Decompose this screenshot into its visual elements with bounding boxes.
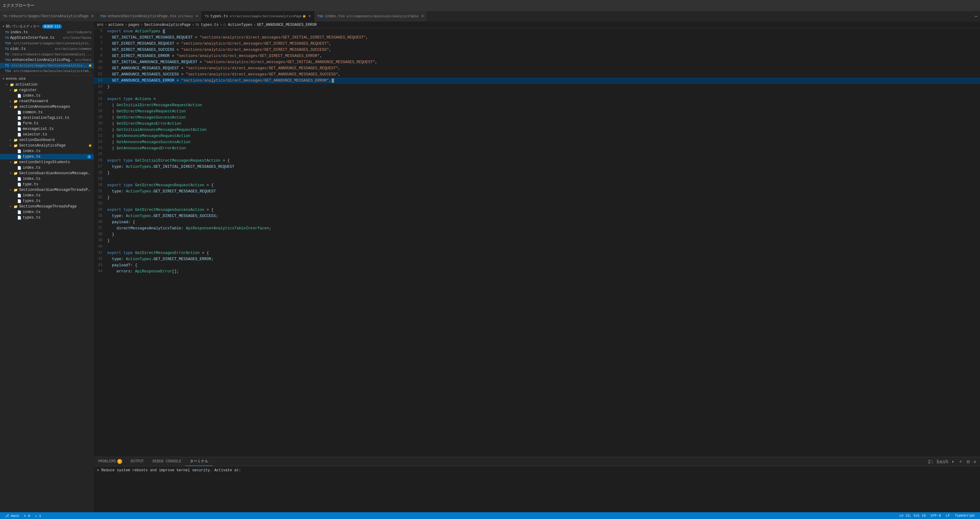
error-count[interactable]: ✕ 0 [22,514,33,518]
ts-icon-types: 📄 [17,155,22,159]
file-threads-index[interactable]: 📄 index.ts [0,193,94,198]
folder-guardian-announce[interactable]: ▾ 📁 SectionsGuardianAnnounceMessagesPage [0,171,94,176]
bc-src[interactable]: src [97,23,103,27]
tab-close-types[interactable]: × [308,14,311,19]
folder-icon-settings: 📁 [14,160,18,164]
terminal-selector[interactable]: 2: bash ▾ [926,459,955,465]
tab-icon-ts: TS [3,14,7,18]
file-sections-index[interactable]: 📄 index.ts [0,149,94,154]
file-threads-types[interactable]: 📄 types.ts [0,198,94,204]
debug-label: DEBUG CONSOLE [153,459,181,463]
bc-actiontypes[interactable]: ⬡ ActionTypes [223,23,252,27]
title-label: エクスプローラー [2,3,35,8]
code-line-23: 23 | GetAnnounceMessagesSuccessAction [94,139,980,145]
warning-count[interactable]: ⚠ 1 [33,514,44,518]
arrow-analytics: ▾ [9,144,12,147]
folder-register[interactable]: ▸ 📁 register [0,88,94,93]
file-dest-tag[interactable]: 📄 destinationTagList.ts [0,115,94,121]
ts-icon-common: 📄 [17,110,22,115]
folder-resetpassword[interactable]: ▸ 📁 resetPassword [0,99,94,104]
bottom-panel: PROBLEMS 1 OUTPUT DEBUG CONSOLE ターミナル 2:… [94,457,980,512]
folder-activation[interactable]: ▾ 📁 activation [0,82,94,88]
code-line-16: 16 export type Actions = [94,96,980,102]
tab-close-index[interactable]: × [421,14,423,19]
file-msgthreads-index[interactable]: 📄 index.ts [0,209,94,215]
git-branch[interactable]: ⎇ main [2,514,22,518]
open-editor-appstate[interactable]: TS AppStateInterface.ts src/interfaces [0,35,94,41]
file-guardian-type[interactable]: 📄 type.ts [0,182,94,187]
file-register-index[interactable]: 📄 index.ts [0,93,94,99]
terminal-output: = Reduce system reboots and improve kern… [97,468,241,473]
close-panel-button[interactable]: ✕ [972,459,978,465]
tab-types[interactable]: TS types.ts src/actions/pages/SectionsAn… [202,11,314,22]
types-error-badge: 1 [87,155,91,158]
file-form[interactable]: 📄 form.ts [0,121,94,126]
split-terminal-button[interactable]: ⊟ [966,459,971,465]
panel-tabs: PROBLEMS 1 OUTPUT DEBUG CONSOLE ターミナル 2:… [94,457,980,466]
tab-reducers[interactable]: TS reducers/pages/SectionsAnalyticsPage … [0,11,97,22]
encoding[interactable]: UTF-8 [928,514,943,517]
cursor-position[interactable]: Ln 13, Col 18 [897,514,928,517]
position-text: Ln 13, Col 18 [899,514,926,517]
bc-actions[interactable]: actions [108,23,124,27]
add-terminal-button[interactable]: ＋ [957,458,964,465]
tab-icon-index: TSX [317,14,324,18]
ts-icon-gi: 📄 [17,177,22,181]
open-editor-index-reducers[interactable]: TS index.ts src/reducers [0,30,94,35]
file-common[interactable]: 📄 common.ts [0,110,94,115]
bc-pages[interactable]: pages [128,23,139,27]
folder-section-settings[interactable]: ▾ 📁 sectionSettingsStudents [0,160,94,165]
file-messagelist[interactable]: 📄 messageList.ts [0,126,94,132]
bc-typests[interactable]: TS types.ts [195,23,219,27]
branch-icon: ⎇ [5,514,11,518]
file-msgthreads-types[interactable]: 📄 types.ts [0,215,94,220]
line-ending[interactable]: LF [943,514,952,517]
tab-close-enhance[interactable]: × [196,14,198,19]
code-editor[interactable]: 5 export enum ActionTypes { 6 GET_INITIA… [94,28,980,457]
tab-enhance[interactable]: TSX enhanceSectionAnalyticsPage.tsx src/… [97,11,202,22]
folder-message-threads[interactable]: ▾ 📁 SectionsMessageThreadsPage [0,204,94,209]
panel-tab-debug[interactable]: DEBUG CONSOLE [148,457,186,466]
code-line-25: 25 [94,152,980,158]
ts-icon-stg: 📄 [17,166,22,170]
panel-tab-output[interactable]: OUTPUT [126,457,148,466]
file-guardian-index[interactable]: 📄 index.ts [0,176,94,182]
file-selector[interactable]: 📄 selector.ts [0,132,94,137]
ts-icon-dest: 📄 [17,116,22,120]
main-area: ▾ 開いているエディター 未保存 (1) TS index.ts src/red… [0,22,980,512]
open-editor-enhance[interactable]: TSX enhanceSectionAnalyticsPage.tsx src/… [0,57,94,63]
tab-index[interactable]: TSX index.tsx src/components/molecules/A… [314,11,427,22]
panel-tab-problems[interactable]: PROBLEMS 1 [94,457,126,466]
code-line-21: 21 | GetInitialAnnounceMessagesRequestAc… [94,127,980,133]
bc-error[interactable]: GET_ANNOUNCE_MESSAGES_ERROR [257,23,317,27]
code-line-13: 13 GET_ANNOUNCE_MESSAGES_ERROR = "sectio… [94,78,980,84]
arrow-threads: ▾ [9,188,12,192]
folder-icon-msgthreads: 📁 [14,205,18,209]
tab-close-reducers[interactable]: × [91,14,94,19]
boron-web-label[interactable]: ▾ BORON-WEB [0,75,94,82]
open-editor-index-analytics[interactable]: TSX index.tsx src/components/molecules/A… [0,68,94,74]
folder-sections-analytics[interactable]: ▾ 📁 SectionsAnalyticsPage [0,143,94,149]
ts-icon-bc: TS [195,23,201,27]
folder-section-dashboard[interactable]: ▸ 📁 sectionDashboard [0,137,94,143]
open-editor-types[interactable]: TS types.ts src/actions/pages/SectionsAn… [0,63,94,68]
folder-section-announce[interactable]: ▾ 📁 sectionAnnounceMessages [0,104,94,110]
open-editors-header[interactable]: ▾ 開いているエディター 未保存 (1) [0,23,94,30]
file-types-ts[interactable]: 📄 types.ts 1 [0,154,94,160]
file-settings-index[interactable]: 📄 index.ts [0,165,94,171]
ts-file-icon: TS [5,30,9,34]
open-editor-oidc[interactable]: TS oidc.ts src/actions/common [0,46,94,52]
language-mode[interactable]: TypeScript [952,514,978,517]
arrow-activation: ▾ [5,83,9,86]
code-line-38: 38 } [94,232,980,238]
panel-tab-terminal[interactable]: ターミナル [186,457,213,466]
code-line-27: 27 type: ActionTypes.GET_INITIAL_DIRECT_… [94,164,980,170]
folder-guardian-threads[interactable]: ▾ 📁 SectionsGuardianMessageThreadsPage [0,187,94,193]
ts-file-icon4: TS [5,53,9,56]
open-editor-index-containers[interactable]: TSX index.tsx src/containers/pages/Secti… [0,41,94,46]
dropdown-icon: ▾ [951,459,955,465]
open-editor-index-test[interactable]: TS index.test.ts tests/reducers/pages/Se… [0,52,94,57]
tab-overflow[interactable]: ⋯ [972,11,980,22]
bc-sectionsanalytics[interactable]: SectionsAnalyticsPage [144,23,191,27]
code-line-32: 32 } [94,195,980,201]
